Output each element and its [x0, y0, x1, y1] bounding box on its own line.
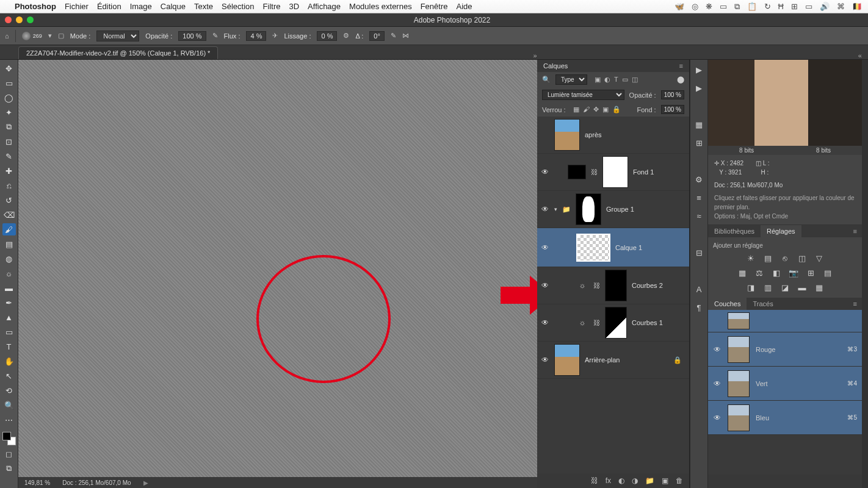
opacity-value[interactable]: 100 % — [178, 31, 206, 41]
blur-tool[interactable]: ◍ — [2, 253, 16, 265]
hue-icon[interactable]: ▦ — [737, 268, 748, 278]
path-tool[interactable]: ▲ — [2, 311, 16, 323]
lock-all-icon[interactable]: 🔒 — [612, 106, 621, 113]
menu-image[interactable]: Image — [130, 2, 152, 11]
filter-pixel-icon[interactable]: ▣ — [595, 76, 601, 84]
smoothing-value[interactable]: 0 % — [317, 31, 337, 41]
flow-value[interactable]: 4 % — [246, 31, 266, 41]
adjustment-icon[interactable]: ☼ — [576, 317, 588, 328]
lock-position-icon[interactable]: ✥ — [593, 106, 599, 113]
photofilter-icon[interactable]: 📷 — [788, 268, 799, 278]
layer-row[interactable]: 👁 ⛓ Fond 1 — [537, 154, 689, 191]
rect-tool[interactable]: ▭ — [2, 326, 16, 338]
eyedropper-tool[interactable]: ✎ — [2, 150, 16, 162]
link-icon[interactable]: ⛓ — [593, 282, 600, 289]
tray-icon[interactable]: ⌘ — [837, 2, 845, 12]
blend-mode-select[interactable]: Normal — [96, 30, 139, 41]
type-tool[interactable]: T — [2, 340, 16, 353]
crop-tool[interactable]: ⧉ — [2, 121, 16, 133]
document-tab[interactable]: 2Z2A7047-Modifier-video-v2.tif @ 150% (C… — [18, 46, 218, 59]
app-name[interactable]: Photoshop — [15, 2, 56, 11]
layer-row-selected[interactable]: 👁 Calque 1 — [537, 228, 689, 267]
panel-icon[interactable]: ≈ — [693, 210, 705, 222]
lock-transparency-icon[interactable]: ▦ — [573, 106, 579, 113]
menu-help[interactable]: Aide — [456, 2, 472, 11]
new-layer-button[interactable]: ▣ — [662, 476, 668, 485]
pen-tool[interactable]: ✒ — [2, 296, 16, 309]
screenmode-toggle[interactable]: ⧉ — [2, 462, 16, 475]
colorlookup-icon[interactable]: ▤ — [822, 268, 833, 278]
colorbalance-icon[interactable]: ⚖ — [754, 268, 765, 278]
visibility-toggle[interactable]: 👁 — [541, 356, 549, 364]
layer-name[interactable]: Courbes 2 — [632, 282, 663, 289]
fill-value[interactable]: 100 % — [661, 105, 684, 114]
add-mask-button[interactable]: ◐ — [618, 476, 624, 485]
home-icon[interactable]: ⌂ — [5, 32, 9, 40]
rotate-tool[interactable]: ⟲ — [2, 384, 16, 396]
airbrush-icon[interactable]: ✈ — [272, 32, 278, 40]
layer-name[interactable]: Groupe 1 — [606, 206, 634, 213]
channel-row[interactable]: 👁 Bleu ⌘5 — [708, 401, 862, 435]
smoothing-gear-icon[interactable]: ⚙ — [343, 32, 349, 40]
tray-icon[interactable]: ↻ — [764, 2, 771, 12]
layer-row[interactable]: 👁 ☼ ⛓ Courbes 2 — [537, 267, 689, 304]
wand-tool[interactable]: ✦ — [2, 106, 16, 118]
brush-panel-icon[interactable]: ▢ — [58, 32, 64, 40]
exposure-icon[interactable]: ◫ — [797, 254, 808, 264]
zoom-level[interactable]: 149,81 % — [24, 479, 50, 486]
tray-icon[interactable]: ◎ — [692, 2, 698, 12]
tab-paths[interactable]: Tracés — [747, 298, 779, 310]
shape-tool[interactable]: ▬ — [2, 282, 16, 294]
panel-icon[interactable]: ▶ — [693, 82, 705, 94]
gradient-tool[interactable]: ▤ — [2, 238, 16, 250]
collapse-panels-icon[interactable]: » — [527, 52, 543, 59]
tab-libraries[interactable]: Bibliothèques — [708, 225, 761, 237]
clone-tool[interactable]: ⎌ — [2, 179, 16, 192]
vibrance-icon[interactable]: ▽ — [814, 254, 825, 264]
minimize-button[interactable] — [16, 16, 23, 23]
tablet-pressure-icon[interactable]: ✎ — [391, 32, 396, 40]
tab-channels[interactable]: Couches — [708, 298, 747, 310]
channel-row[interactable] — [708, 310, 862, 332]
curves-icon[interactable]: ⎋ — [779, 254, 790, 264]
link-icon[interactable]: ⛓ — [593, 319, 600, 326]
panel-icon[interactable]: ▦ — [693, 118, 705, 131]
tray-icon[interactable]: ⊞ — [791, 2, 798, 12]
layer-row[interactable]: après — [537, 117, 689, 154]
layer-thumbnail[interactable] — [554, 344, 580, 376]
channel-row[interactable]: 👁 Rouge ⌘3 — [708, 332, 862, 367]
layer-thumbnail[interactable] — [554, 119, 580, 151]
move-tool[interactable]: ✥ — [2, 62, 16, 74]
tray-icon[interactable]: ▭ — [805, 2, 812, 12]
panel-menu-icon[interactable]: ≡ — [848, 298, 862, 310]
lock-artboard-icon[interactable]: ▣ — [602, 106, 609, 113]
panel-icon[interactable]: ¶ — [693, 301, 705, 314]
delete-layer-button[interactable]: 🗑 — [676, 476, 683, 485]
layer-name[interactable]: Calque 1 — [615, 244, 642, 251]
menu-3d[interactable]: 3D — [289, 2, 299, 11]
panel-icon[interactable]: ⊞ — [693, 137, 705, 149]
menu-view[interactable]: Affichage — [308, 2, 341, 11]
panel-icon[interactable]: A — [693, 283, 705, 295]
quickmask-toggle[interactable]: ◻ — [2, 448, 16, 460]
dodge-tool[interactable]: ☼ — [2, 267, 16, 279]
link-layers-button[interactable]: ⛓ — [591, 476, 598, 485]
zoom-button[interactable] — [27, 16, 34, 23]
visibility-toggle[interactable]: 👁 — [541, 205, 549, 214]
link-icon[interactable]: ⛓ — [591, 168, 598, 176]
new-adjustment-button[interactable]: ◑ — [632, 476, 638, 485]
tray-icon[interactable]: 📋 — [747, 2, 757, 12]
layer-thumbnail[interactable] — [576, 234, 610, 262]
zoom-tool[interactable]: 🔍 — [2, 399, 16, 411]
layer-name[interactable]: Fond 1 — [633, 168, 654, 176]
channelmix-icon[interactable]: ⊞ — [805, 268, 816, 278]
tray-icon[interactable]: 🦋 — [675, 2, 684, 12]
adjustment-icon[interactable]: ☼ — [576, 280, 588, 291]
frame-tool[interactable]: ⊡ — [2, 135, 16, 148]
history-brush-tool[interactable]: ↺ — [2, 194, 16, 206]
gradientmap-icon[interactable]: ▬ — [797, 283, 808, 293]
layer-row[interactable]: 👁 ☼ ⛓ Courbes 1 — [537, 304, 689, 342]
visibility-toggle[interactable]: 👁 — [541, 243, 549, 252]
more-tools[interactable]: ⋯ — [2, 414, 16, 426]
canvas[interactable] — [18, 60, 537, 477]
